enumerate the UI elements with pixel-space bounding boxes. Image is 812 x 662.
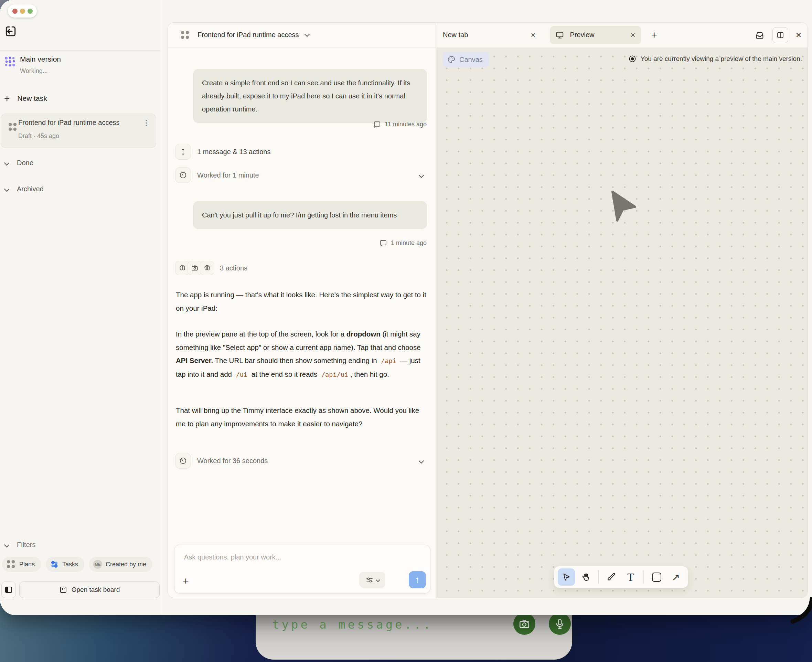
collapse-sidebar-icon [4,25,17,38]
preview-version-banner: You are currently viewing a preview of t… [628,55,802,63]
filters-label: Filters [17,541,35,549]
assistant-paragraph-rich: In the preview pane at the top of the sc… [176,328,427,381]
minimize-window-button[interactable] [20,9,25,14]
chip-label: Plans [19,561,35,568]
toolbar-divider [644,570,644,583]
message-timestamp-row: 11 minutes ago [373,120,427,129]
tab-new-tab[interactable]: New tab [443,31,468,39]
inbox-tray-icon[interactable] [754,30,765,40]
attach-button[interactable]: + [183,576,189,586]
palette-icon [447,55,456,64]
timestamp-text: 1 minute ago [391,239,427,247]
tab-preview-label: Preview [570,31,594,39]
task-menu-button[interactable]: ⋮ [142,118,150,128]
arrow-tool[interactable]: ↗ [667,569,684,586]
background-camera-button [514,613,535,635]
close-tab-icon[interactable]: × [531,30,535,40]
camera-icon [191,264,199,272]
chevron-down-icon [376,578,380,582]
assistant-paragraph: That will bring up the Timmy interface e… [176,404,427,431]
chip-label: Tasks [62,561,78,568]
radio-selected-icon [628,55,637,63]
gauge-icon [179,171,187,179]
preview-banner-text: You are currently viewing a preview of t… [641,55,802,63]
chip-label: Created by me [106,561,146,568]
filter-chip-tasks[interactable]: Tasks [46,557,84,572]
microphone-icon [554,618,566,630]
section-label: Archived [17,185,44,193]
filters-toggle[interactable]: Filters [5,541,35,549]
hand-tool[interactable] [577,569,594,586]
main-version-title: Main version [20,55,61,63]
select-tool[interactable] [558,569,575,586]
shape-tool[interactable] [648,569,665,586]
filter-chip-created-by-me[interactable]: ME Created by me [89,557,152,572]
close-panel-icon[interactable]: × [796,30,801,40]
worked-label: Worked for 36 seconds [197,457,268,465]
task-meta: Draft · 45s ago [18,132,59,140]
camera-icon [518,618,530,630]
message-timestamp-row: 1 minute ago [379,239,427,247]
filter-chip-plans[interactable]: Plans [2,557,41,572]
background-mic-button [549,613,571,635]
new-task-button[interactable]: + New task [4,93,47,103]
columns-icon [776,31,785,39]
comment-icon [379,239,387,247]
sidebar-collapse-button[interactable] [4,25,17,38]
tasks-clover-icon [50,560,59,569]
gauge-icon [179,456,187,465]
split-view-button[interactable] [772,27,788,43]
gauge-icon-chip [175,453,191,469]
canvas-toolbar: T ↗ [554,566,688,588]
chevron-down-icon [419,173,424,178]
worked-row-1[interactable]: Worked for 1 minute [175,167,430,183]
comment-icon [373,120,381,129]
text-tool-icon: T [627,571,634,583]
sidebar-toggle-button[interactable] [2,582,16,598]
brain-icon [203,264,211,272]
panel-left-icon [5,586,13,594]
tab-bar-right-controls: × [754,27,801,43]
tab-preview[interactable]: Preview × [550,26,641,44]
send-button[interactable]: ↑ [409,571,426,588]
chat-input-box[interactable]: Ask questions, plan your work... + ↑ [174,545,430,593]
close-tab-icon[interactable]: × [630,30,635,40]
new-tab-button[interactable]: + [651,29,657,41]
text-tool[interactable]: T [622,569,639,586]
canvas-area[interactable]: Canvas You are currently viewing a previ… [436,48,807,598]
user-message-bubble: Create a simple front end so I can see a… [193,69,427,123]
brain-action-chip[interactable] [200,261,214,275]
model-settings-button[interactable] [359,572,385,588]
assistant-paragraph: The app is running — that's what it look… [176,288,427,315]
actions-row[interactable]: 3 actions [175,261,247,275]
monitor-icon [555,31,564,40]
chevron-down-icon [4,160,10,166]
sidebar-section-archived[interactable]: Archived [5,185,44,193]
sidebar-section-done[interactable]: Done [5,159,34,167]
chat-panel: Frontend for iPad runtime access Create … [168,23,436,598]
draw-tool[interactable] [603,569,620,586]
actions-count-label: 3 actions [220,264,247,272]
hand-tool-icon [581,572,591,582]
background-type-message-placeholder: type a message... [272,618,433,631]
canvas-chip-label: Canvas [459,56,483,64]
main-version-icon [4,56,16,67]
close-window-button[interactable] [12,9,18,14]
arrow-tool-icon: ↗ [672,572,680,583]
actions-expander[interactable]: 1 message & 13 actions [175,144,270,160]
screen: type a message... [0,0,812,662]
wallpaper-black-arc [790,597,812,625]
chat-header-dropdown[interactable]: Frontend for iPad runtime access [168,23,436,48]
zoom-window-button[interactable] [27,9,33,14]
brush-tool-icon [607,572,616,582]
canvas-mode-chip[interactable]: Canvas [443,52,489,67]
rectangle-tool-icon [652,572,661,582]
sidebar-bottom-bar: Open task board [2,582,160,598]
sidebar-task-item[interactable]: Frontend for iPad runtime access ⋮ Draft… [1,114,156,148]
me-avatar: ME [93,560,102,569]
send-arrow-icon: ↑ [415,574,420,585]
worked-row-2[interactable]: Worked for 36 seconds [175,453,430,469]
open-task-board-button[interactable]: Open task board [19,582,160,598]
workspace-card: Frontend for iPad runtime access Create … [168,22,808,598]
preview-panel: New tab × Preview × + [436,23,807,598]
